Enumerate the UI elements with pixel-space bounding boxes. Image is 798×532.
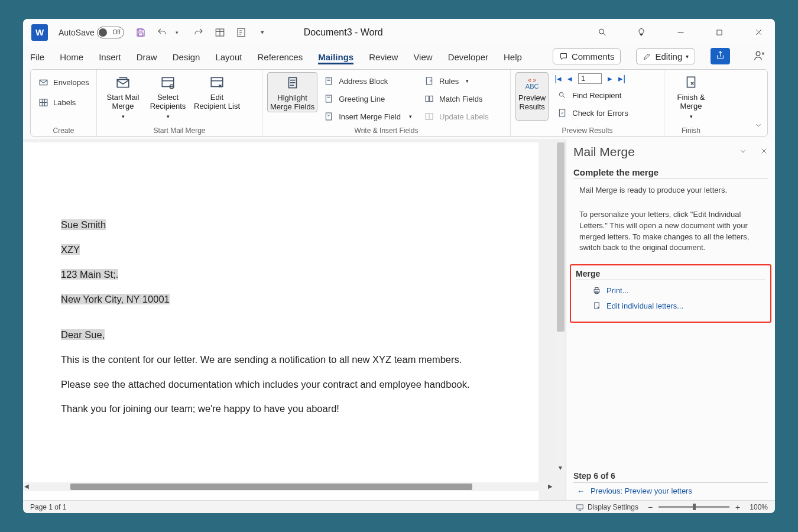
- page-indicator[interactable]: Page 1 of 1: [30, 503, 66, 511]
- mail-merge-pane: Mail Merge Complete the merge Mail Merge…: [566, 139, 775, 500]
- tab-design[interactable]: Design: [173, 48, 200, 64]
- select-recipients-icon: [157, 74, 179, 91]
- insert-merge-field-button[interactable]: Insert Merge Field ▾: [321, 109, 414, 124]
- display-settings-label[interactable]: Display Settings: [588, 503, 638, 511]
- tab-help[interactable]: Help: [504, 48, 522, 64]
- autosave-toggle[interactable]: Off: [97, 27, 124, 38]
- undo-dropdown-icon[interactable]: ▾: [171, 27, 183, 38]
- vertical-scrollbar[interactable]: ▲ ▼: [556, 142, 566, 471]
- comments-button[interactable]: Comments: [553, 48, 621, 64]
- scroll-right-icon[interactable]: ▶: [548, 483, 553, 489]
- greeting-line-icon: [323, 93, 334, 104]
- edit-letters-link[interactable]: Edit individual letters...: [591, 300, 765, 311]
- match-fields-icon: [424, 93, 434, 104]
- record-number-field[interactable]: 1: [578, 73, 602, 84]
- finish-merge-button[interactable]: Finish & Merge ▾: [669, 72, 713, 119]
- edit-recipient-list-button[interactable]: Edit Recipient List: [192, 72, 242, 119]
- comments-label: Comments: [572, 51, 615, 61]
- lightbulb-icon[interactable]: [637, 28, 646, 37]
- rules-button[interactable]: Rules ▾: [421, 73, 491, 89]
- undo-icon[interactable]: [156, 27, 168, 38]
- display-settings-icon[interactable]: [575, 502, 585, 512]
- rules-label: Rules: [439, 77, 459, 86]
- autosave-knob: [99, 28, 107, 37]
- next-record-icon[interactable]: ▸: [608, 73, 612, 84]
- envelopes-label: Envelopes: [53, 78, 89, 87]
- horizontal-scrollbar[interactable]: ◀ ▶: [23, 482, 554, 491]
- svg-rect-35: [426, 96, 429, 101]
- tab-file[interactable]: File: [30, 48, 44, 64]
- tab-draw[interactable]: Draw: [137, 48, 157, 64]
- greeting-line-button[interactable]: Greeting Line: [321, 91, 414, 106]
- update-labels-label: Update Labels: [439, 112, 489, 121]
- svg-line-7: [604, 33, 606, 35]
- close-icon[interactable]: [754, 28, 763, 37]
- preview-results-icon: « »ABC: [521, 75, 543, 92]
- minimize-icon[interactable]: [676, 28, 685, 37]
- body-paragraph-1: This is the content for our letter. We a…: [61, 353, 504, 367]
- start-mail-merge-button[interactable]: Start Mail Merge ▾: [102, 72, 144, 119]
- search-icon[interactable]: [598, 28, 607, 37]
- table-icon[interactable]: [214, 27, 226, 38]
- start-mail-merge-label: Start Mail Merge: [107, 93, 140, 111]
- zoom-slider[interactable]: [658, 506, 729, 508]
- maximize-icon[interactable]: [715, 28, 724, 37]
- tab-references[interactable]: References: [257, 48, 303, 64]
- previous-record-icon[interactable]: ◂: [567, 73, 572, 84]
- zoom-in-button[interactable]: +: [734, 502, 741, 512]
- previous-step-link[interactable]: ← Previous: Preview your letters: [577, 486, 768, 495]
- tab-developer[interactable]: Developer: [448, 48, 488, 64]
- highlight-merge-fields-button[interactable]: Highlight Merge Fields: [267, 72, 317, 112]
- ribbon: Envelopes Labels Create Start Mail Merge…: [30, 69, 768, 137]
- account-icon[interactable]: [754, 50, 765, 63]
- redo-icon[interactable]: [193, 27, 205, 38]
- word-window: W AutoSave Off ▾ ▾ Document3 - W: [23, 19, 775, 513]
- address-block-button[interactable]: Address Block: [321, 73, 414, 89]
- paragraph-marks-icon[interactable]: [235, 27, 247, 38]
- scroll-left-icon[interactable]: ◀: [24, 483, 29, 489]
- save-icon[interactable]: [135, 27, 147, 38]
- merge-field-address2: New York City, NY 10001: [61, 294, 170, 304]
- editing-mode-button[interactable]: Editing ▾: [636, 48, 695, 64]
- check-errors-button[interactable]: Check for Errors: [554, 105, 631, 121]
- scroll-down-icon[interactable]: ▼: [557, 465, 563, 471]
- workspace: Sue Smith XZY 123 Main St;. New York Cit…: [23, 139, 775, 500]
- pane-close-icon[interactable]: [760, 147, 768, 157]
- preview-results-button[interactable]: « »ABC Preview Results: [515, 72, 549, 121]
- pane-paragraph-2: To personalize your letters, click "Edit…: [579, 209, 762, 254]
- group-finish: Finish & Merge ▾ Finish: [664, 70, 718, 136]
- select-recipients-button[interactable]: Select Recipients ▾: [147, 72, 189, 119]
- vertical-scroll-thumb[interactable]: [557, 142, 565, 332]
- document-page[interactable]: Sue Smith XZY 123 Main St;. New York Cit…: [23, 142, 539, 500]
- tab-review[interactable]: Review: [369, 48, 398, 64]
- tab-insert[interactable]: Insert: [99, 48, 121, 64]
- envelopes-button[interactable]: Envelopes: [35, 74, 92, 90]
- svg-point-12: [756, 51, 760, 56]
- tab-view[interactable]: View: [413, 48, 432, 64]
- print-link[interactable]: Print...: [591, 285, 765, 296]
- zoom-out-button[interactable]: −: [647, 502, 654, 512]
- pane-collapse-icon[interactable]: [739, 147, 747, 157]
- rules-icon: [424, 76, 434, 86]
- pane-footer: Step 6 of 6 ← Previous: Preview your let…: [573, 466, 768, 495]
- arrow-left-icon: ←: [577, 486, 585, 495]
- svg-rect-18: [117, 80, 129, 87]
- match-fields-button[interactable]: Match Fields: [421, 91, 491, 106]
- first-record-icon[interactable]: |◂: [554, 73, 562, 84]
- update-labels-button: Update Labels: [421, 109, 491, 124]
- tab-layout[interactable]: Layout: [215, 48, 242, 64]
- title-bar: W AutoSave Off ▾ ▾ Document3 - W: [23, 19, 775, 46]
- horizontal-scroll-thumb[interactable]: [70, 484, 472, 490]
- zoom-value[interactable]: 100%: [750, 503, 768, 511]
- zoom-slider-thumb[interactable]: [693, 504, 696, 510]
- tab-mailings[interactable]: Mailings: [318, 48, 353, 64]
- find-recipient-button[interactable]: Find Recipient: [554, 87, 631, 103]
- labels-button[interactable]: Labels: [35, 95, 92, 110]
- share-button[interactable]: [711, 48, 730, 64]
- qat-dropdown-icon[interactable]: ▾: [257, 27, 268, 38]
- ribbon-collapse-icon[interactable]: [754, 121, 763, 131]
- last-record-icon[interactable]: ▸|: [618, 73, 625, 84]
- tab-home[interactable]: Home: [60, 48, 83, 64]
- highlight-merge-fields-label: Highlight Merge Fields: [270, 94, 314, 112]
- svg-rect-13: [40, 80, 47, 85]
